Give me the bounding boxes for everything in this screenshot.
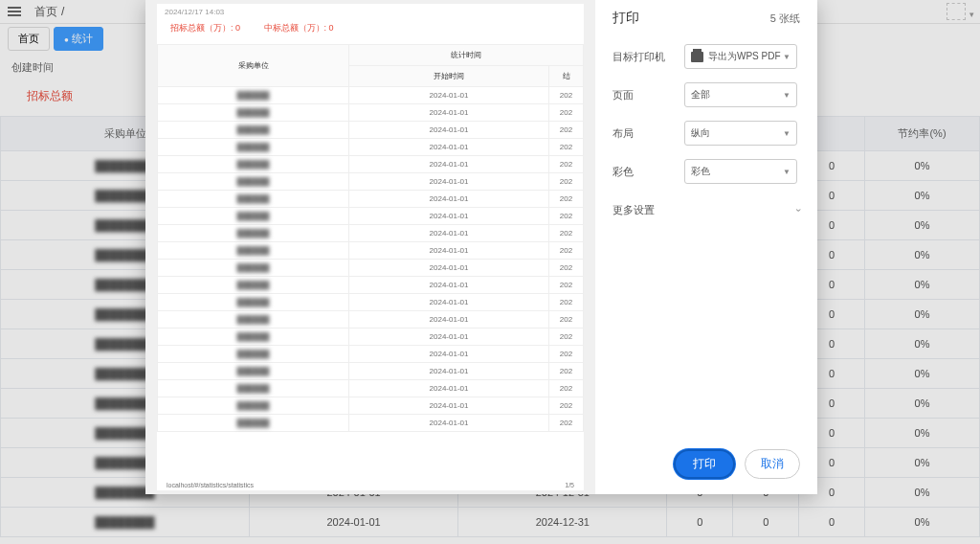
preview-row: ██████2024-01-01202 (158, 242, 584, 260)
chevron-down-icon: ▼ (783, 129, 791, 138)
pv-cell-start: 2024-01-01 (349, 277, 549, 294)
chevron-down-icon: ▼ (783, 168, 791, 176)
pv-cell-unit: ██████ (158, 329, 349, 346)
pv-cell-end: 202 (549, 173, 584, 191)
print-actions: 打印 取消 (612, 449, 800, 485)
preview-row: ██████2024-01-01202 (158, 363, 584, 380)
pv-cell-start: 2024-01-01 (349, 208, 549, 225)
chevron-down-icon: ▼ (783, 53, 791, 61)
pv-cell-unit: ██████ (158, 346, 349, 363)
preview-row: ██████2024-01-01202 (158, 380, 584, 397)
preview-row: ██████2024-01-01202 (158, 311, 584, 329)
pv-cell-start: 2024-01-01 (349, 397, 549, 415)
preview-bid-total: 招标总额（万）: 0 (170, 23, 240, 33)
pv-cell-unit: ██████ (158, 104, 349, 122)
preview-row: ██████2024-01-01202 (158, 329, 584, 346)
color-select[interactable]: 彩色 ▼ (684, 159, 797, 184)
print-preview-pane: 2024/12/17 14:03 招标总额（万）: 0 中标总额（万）: 0 采… (145, 0, 595, 494)
pv-cell-start: 2024-01-01 (349, 346, 549, 363)
pv-col-unit: 采购单位 (158, 45, 349, 87)
preview-row: ██████2024-01-01202 (158, 397, 584, 415)
pv-cell-end: 202 (549, 380, 584, 397)
preview-timestamp: 2024/12/17 14:03 (157, 4, 584, 20)
pv-cell-start: 2024-01-01 (349, 260, 549, 277)
preview-row: ██████2024-01-01202 (158, 139, 584, 156)
print-dialog: 2024/12/17 14:03 招标总额（万）: 0 中标总额（万）: 0 采… (145, 0, 817, 494)
preview-table: 采购单位 统计时间 开始时间 结 ██████2024-01-01202████… (157, 44, 584, 432)
preview-row: ██████2024-01-01202 (158, 191, 584, 208)
row-pages: 页面 全部 ▼ (612, 82, 800, 107)
pv-cell-start: 2024-01-01 (349, 122, 549, 139)
pv-cell-end: 202 (549, 415, 584, 432)
more-settings-toggle[interactable]: 更多设置 › (612, 203, 800, 217)
pv-cell-end: 202 (549, 346, 584, 363)
pv-cell-unit: ██████ (158, 415, 349, 432)
pv-cell-start: 2024-01-01 (349, 104, 549, 122)
more-settings-label: 更多设置 (612, 203, 655, 217)
print-title: 打印 (612, 10, 639, 27)
pv-cell-start: 2024-01-01 (349, 294, 549, 311)
pv-cell-unit: ██████ (158, 156, 349, 173)
pages-select[interactable]: 全部 ▼ (684, 82, 797, 107)
pv-cell-start: 2024-01-01 (349, 380, 549, 397)
preview-row: ██████2024-01-01202 (158, 208, 584, 225)
preview-footer: localhost/#/statistics/statistics 1/5 (167, 482, 574, 488)
pv-cell-end: 202 (549, 87, 584, 104)
pv-cell-unit: ██████ (158, 242, 349, 260)
print-sheet-count: 5 张纸 (770, 11, 800, 26)
pv-cell-end: 202 (549, 363, 584, 380)
pv-cell-unit: ██████ (158, 225, 349, 242)
pv-cell-unit: ██████ (158, 277, 349, 294)
pages-value: 全部 (691, 88, 710, 102)
chevron-down-icon: ▼ (783, 91, 791, 100)
row-color: 彩色 彩色 ▼ (612, 159, 800, 184)
layout-value: 纵向 (691, 126, 710, 140)
pv-cell-end: 202 (549, 242, 584, 260)
pv-col-start: 开始时间 (349, 66, 549, 87)
pv-cell-unit: ██████ (158, 122, 349, 139)
preview-row: ██████2024-01-01202 (158, 87, 584, 104)
pv-cell-end: 202 (549, 397, 584, 415)
chevron-down-icon: › (793, 209, 804, 212)
preview-row: ██████2024-01-01202 (158, 294, 584, 311)
pv-cell-unit: ██████ (158, 191, 349, 208)
pv-cell-end: 202 (549, 294, 584, 311)
preview-row: ██████2024-01-01202 (158, 122, 584, 139)
pv-cell-unit: ██████ (158, 139, 349, 156)
pv-cell-end: 202 (549, 122, 584, 139)
pv-cell-end: 202 (549, 277, 584, 294)
pv-cell-end: 202 (549, 156, 584, 173)
pv-cell-unit: ██████ (158, 311, 349, 329)
pv-cell-start: 2024-01-01 (349, 363, 549, 380)
pv-cell-unit: ██████ (158, 208, 349, 225)
printer-select[interactable]: 导出为WPS PDF ▼ (684, 44, 797, 69)
cancel-button[interactable]: 取消 (745, 449, 800, 479)
preview-row: ██████2024-01-01202 (158, 346, 584, 363)
pv-cell-unit: ██████ (158, 363, 349, 380)
preview-win-total: 中标总额（万）: 0 (264, 23, 334, 33)
preview-row: ██████2024-01-01202 (158, 173, 584, 191)
pv-col-time: 统计时间 (349, 45, 584, 66)
pv-cell-start: 2024-01-01 (349, 415, 549, 432)
pv-cell-end: 202 (549, 139, 584, 156)
preview-row: ██████2024-01-01202 (158, 104, 584, 122)
pv-cell-end: 202 (549, 191, 584, 208)
pv-cell-unit: ██████ (158, 380, 349, 397)
printer-icon (691, 52, 703, 62)
pv-cell-start: 2024-01-01 (349, 156, 549, 173)
pv-cell-start: 2024-01-01 (349, 311, 549, 329)
pv-cell-start: 2024-01-01 (349, 242, 549, 260)
pv-cell-start: 2024-01-01 (349, 173, 549, 191)
preview-row: ██████2024-01-01202 (158, 260, 584, 277)
pv-cell-unit: ██████ (158, 87, 349, 104)
pv-cell-start: 2024-01-01 (349, 329, 549, 346)
layout-select[interactable]: 纵向 ▼ (684, 121, 797, 146)
pv-cell-unit: ██████ (158, 397, 349, 415)
pages-label: 页面 (612, 88, 684, 102)
pv-cell-end: 202 (549, 260, 584, 277)
print-settings-pane: 打印 5 张纸 目标打印机 导出为WPS PDF ▼ 页面 全部 ▼ 布局 (595, 0, 817, 494)
row-printer: 目标打印机 导出为WPS PDF ▼ (612, 44, 800, 69)
pv-cell-end: 202 (549, 225, 584, 242)
preview-summary: 招标总额（万）: 0 中标总额（万）: 0 (157, 20, 584, 36)
print-button[interactable]: 打印 (674, 449, 735, 479)
